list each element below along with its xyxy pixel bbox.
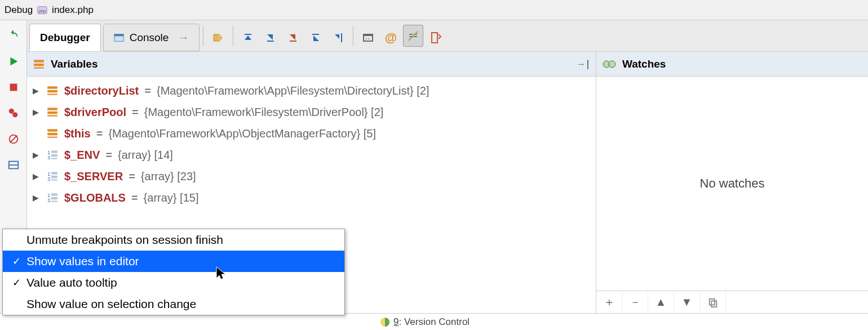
context-menu-label: Value auto tooltip	[26, 276, 117, 289]
expand-icon[interactable]: ▶	[33, 150, 41, 159]
svg-rect-36	[47, 112, 57, 114]
svg-rect-30	[34, 63, 44, 65]
variable-row[interactable]: ▶$driverPool = {Magento\Framework\Filesy…	[27, 101, 596, 123]
svg-rect-26	[414, 36, 417, 37]
variable-value: {array} [15]	[144, 191, 199, 204]
variable-name: $directoryList	[64, 84, 139, 97]
variable-name: $_ENV	[64, 149, 100, 162]
mute-breakpoints-icon[interactable]	[7, 133, 20, 145]
svg-text:3: 3	[47, 176, 50, 182]
svg-rect-20	[364, 34, 373, 36]
tab-debugger[interactable]: Debugger	[29, 24, 101, 51]
svg-point-4	[12, 112, 17, 117]
variables-header-icon	[33, 58, 45, 70]
vcs-icon	[380, 317, 390, 327]
expand-icon[interactable]: ▶	[33, 172, 41, 181]
svg-text:3: 3	[47, 198, 50, 203]
at-symbol-icon[interactable]: @	[379, 24, 402, 51]
variable-value: {array} [23]	[141, 170, 196, 183]
variable-row[interactable]: ▶$this = {Magento\Framework\App\ObjectMa…	[27, 123, 596, 144]
svg-rect-55	[51, 201, 57, 202]
watches-footer: ＋ － ▲ ▼	[596, 291, 868, 313]
context-menu: Unmute breakpoints on session finish✓Sho…	[2, 229, 345, 315]
rerun-icon[interactable]	[7, 29, 20, 42]
svg-rect-44	[51, 154, 57, 157]
resume-icon[interactable]	[7, 55, 20, 68]
variable-name: $_SERVER	[64, 170, 123, 183]
watches-panel: Watches No watches ＋ － ▲ ▼	[596, 52, 868, 313]
layout-icon[interactable]	[7, 159, 20, 171]
variable-row[interactable]: ▶$directoryList = {Magento\Framework\App…	[27, 80, 596, 101]
context-menu-item[interactable]: ✓Show values in editor	[3, 251, 344, 272]
php-file-icon: php	[37, 5, 47, 15]
tab-console[interactable]: Console →	[103, 24, 200, 51]
expand-icon[interactable]: ▶	[33, 86, 41, 95]
svg-line-6	[10, 136, 17, 143]
svg-rect-40	[47, 137, 57, 138]
variable-row[interactable]: ▶13$_SERVER = {array} [23]	[27, 166, 596, 187]
context-menu-item[interactable]: Show value on selection change	[3, 293, 344, 315]
svg-point-21	[366, 38, 367, 39]
step-over-icon[interactable]	[237, 24, 259, 51]
array-icon: 13	[46, 191, 59, 204]
expand-icon[interactable]: ▶	[33, 193, 41, 202]
variable-row[interactable]: ▶13$_ENV = {array} [14]	[27, 144, 596, 166]
console-icon	[114, 33, 124, 43]
step-into-icon[interactable]	[259, 24, 282, 51]
status-version-control[interactable]: 9: Version Control	[372, 316, 477, 328]
variable-value: {array} [14]	[118, 149, 173, 162]
svg-rect-31	[34, 67, 44, 68]
variables-panel-header: Variables →∣	[27, 52, 596, 77]
array-icon: 13	[46, 170, 59, 182]
watch-remove-button[interactable]: －	[622, 291, 648, 313]
watches-empty-label: No watches	[596, 77, 868, 291]
svg-rect-10	[114, 34, 123, 36]
check-icon: ✓	[11, 255, 22, 267]
svg-rect-50	[51, 180, 57, 181]
expand-icon[interactable]: ▶	[33, 108, 41, 117]
console-arrow-icon: →	[178, 31, 189, 44]
svg-rect-2	[10, 84, 17, 91]
pin-icon[interactable]	[424, 24, 447, 51]
mouse-cursor-icon	[215, 266, 227, 284]
force-step-into-icon[interactable]	[282, 24, 304, 51]
variable-value: {Magento\Framework\Filesystem\DriverPool…	[144, 106, 384, 119]
watch-down-button[interactable]: ▼	[674, 291, 700, 313]
context-menu-item[interactable]: Unmute breakpoints on session finish	[3, 229, 344, 251]
variable-name: $GLOBALS	[64, 191, 126, 204]
evaluate-icon[interactable]	[357, 24, 379, 51]
svg-rect-45	[51, 158, 57, 159]
watch-add-button[interactable]: ＋	[596, 291, 622, 313]
svg-rect-48	[51, 172, 57, 174]
breadcrumb-label: Debug	[5, 5, 33, 16]
variable-row[interactable]: ▶13$GLOBALS = {array} [15]	[27, 187, 596, 208]
breadcrumb-file: index.php	[52, 5, 94, 16]
watch-copy-button[interactable]	[700, 291, 726, 313]
variable-value: {Magento\Framework\App\ObjectManagerFact…	[108, 127, 376, 140]
array-icon: 13	[46, 149, 59, 161]
svg-rect-54	[51, 197, 57, 199]
svg-rect-28	[432, 33, 437, 43]
status-bar: 9: Version Control	[0, 313, 868, 330]
watch-up-button[interactable]: ▲	[648, 291, 674, 313]
svg-rect-23	[409, 34, 413, 35]
watches-panel-header: Watches	[596, 52, 868, 77]
variable-value: {Magento\Framework\App\Filesystem\Direct…	[157, 84, 429, 97]
svg-rect-53	[51, 193, 57, 195]
stop-icon[interactable]	[7, 81, 20, 93]
show-execution-point-icon[interactable]	[207, 24, 229, 51]
step-out-icon[interactable]	[304, 24, 327, 51]
settings-toggle-icon[interactable]	[403, 25, 423, 47]
object-icon	[46, 127, 59, 140]
svg-rect-35	[47, 108, 57, 110]
context-menu-item[interactable]: ✓Value auto tooltip	[3, 272, 344, 293]
run-to-cursor-icon[interactable]	[327, 24, 349, 51]
svg-rect-39	[47, 133, 57, 135]
svg-rect-34	[47, 94, 57, 95]
context-menu-label: Show value on selection change	[26, 297, 196, 311]
check-icon: ✓	[11, 277, 22, 289]
svg-rect-43	[51, 150, 57, 153]
breakpoints-icon[interactable]	[7, 107, 20, 119]
svg-rect-37	[47, 115, 57, 117]
panel-minimize-icon[interactable]: →∣	[577, 59, 590, 69]
